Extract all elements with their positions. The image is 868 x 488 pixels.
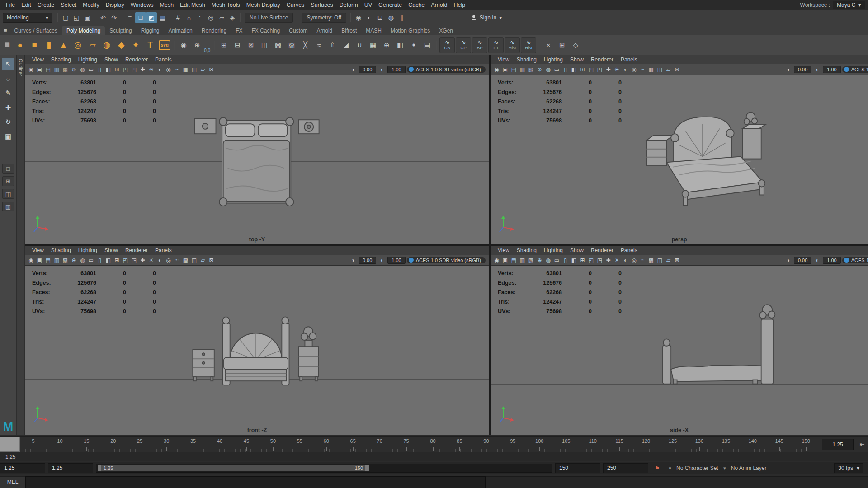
- menubar-item[interactable]: Windows: [127, 1, 157, 9]
- image-plane-icon[interactable]: ▧: [61, 256, 70, 264]
- gamma-icon[interactable]: ◐: [813, 65, 821, 74]
- timeline-tick[interactable]: 40: [207, 437, 233, 452]
- mirror-icon[interactable]: ◧: [393, 38, 407, 52]
- undo-icon[interactable]: ↶: [98, 12, 108, 23]
- film-gate-icon[interactable]: ▭: [87, 256, 95, 264]
- viewport-menu-item[interactable]: Show: [101, 56, 122, 63]
- bookmarks-icon[interactable]: ▥: [52, 256, 61, 264]
- multisample-icon[interactable]: ▩: [181, 65, 190, 74]
- select-component-icon[interactable]: ◩: [146, 12, 157, 23]
- ssao-icon[interactable]: ◎: [630, 65, 638, 74]
- xray-icon[interactable]: ▱: [664, 65, 673, 74]
- viewport-menu-item[interactable]: Panels: [151, 56, 175, 63]
- multi-cut-icon[interactable]: ╳: [298, 38, 312, 52]
- gate-mask-icon[interactable]: ◧: [570, 256, 578, 264]
- gate-mask-icon[interactable]: ◧: [104, 65, 113, 74]
- range-slider-handle[interactable]: 1.25 150: [98, 465, 369, 471]
- viewport-menu-item[interactable]: Shading: [513, 56, 540, 63]
- resolution-gate-icon[interactable]: ▯: [95, 65, 104, 74]
- safe-action-icon[interactable]: ◰: [121, 256, 130, 264]
- lighting-icon[interactable]: ☀: [147, 65, 156, 74]
- workspace-selector[interactable]: Workspace : Maya C ▾: [800, 1, 865, 9]
- menubar-item[interactable]: Edit Mesh: [177, 1, 208, 9]
- image-plane-icon[interactable]: ▧: [527, 256, 535, 264]
- timeline-tick[interactable]: 75: [393, 437, 420, 452]
- bridge-icon[interactable]: ∪: [353, 38, 366, 52]
- multisample-icon[interactable]: ▩: [647, 256, 656, 264]
- timeline-ticks[interactable]: 5 10 15 20 25 30 35 40 45 50 55 60: [20, 437, 819, 452]
- command-line-input[interactable]: [25, 476, 486, 488]
- timeline-tick[interactable]: 110: [580, 437, 606, 452]
- viewport-menu-item[interactable]: Renderer: [587, 56, 617, 63]
- viewport-menu-item[interactable]: Panels: [617, 247, 641, 253]
- curve-ft-button[interactable]: ∿ FT: [488, 37, 504, 53]
- frame-all-icon[interactable]: ✚: [138, 256, 147, 264]
- shelf-tab[interactable]: FX: [231, 26, 247, 35]
- menubar-item[interactable]: Mesh Display: [243, 1, 283, 9]
- quadrangulate-icon[interactable]: ▤: [420, 38, 434, 52]
- save-scene-icon[interactable]: ▣: [82, 12, 93, 23]
- layout-two-pane-icon[interactable]: ◫: [2, 189, 14, 199]
- hypershade-icon[interactable]: ◍: [386, 12, 396, 23]
- bookmarks-icon[interactable]: ▥: [52, 65, 61, 74]
- timeline-tick[interactable]: 50: [259, 437, 286, 452]
- safe-action-icon[interactable]: ◰: [587, 256, 595, 264]
- gamma-field[interactable]: 1.00: [823, 257, 840, 264]
- time-slider[interactable]: 5 10 15 20 25 30 35 40 45 50 55 60: [0, 436, 868, 452]
- playback-end-field[interactable]: 150: [555, 463, 600, 473]
- bookmarks-icon[interactable]: ▥: [518, 65, 527, 74]
- timeline-tick[interactable]: 5: [20, 437, 47, 452]
- live-surface-selector[interactable]: No Live Surface: [245, 13, 293, 23]
- oversampling-icon[interactable]: ◍: [78, 65, 87, 74]
- timeline-tick[interactable]: 140: [739, 437, 766, 452]
- shelf-tab[interactable]: XGen: [434, 26, 458, 35]
- timeline-tick[interactable]: 20: [100, 437, 127, 452]
- menubar-item[interactable]: Arnold: [428, 1, 450, 9]
- anim-layer-selector[interactable]: No Anim Layer: [731, 465, 767, 471]
- frame-all-icon[interactable]: ✚: [604, 65, 613, 74]
- anim-layer-menu-icon[interactable]: ▾: [721, 465, 728, 471]
- exposure-icon[interactable]: ◑: [349, 256, 357, 264]
- playback-start-field[interactable]: 1.25: [48, 463, 93, 473]
- field-chart-icon[interactable]: ⊞: [113, 256, 121, 264]
- isolate-select-icon[interactable]: ◫: [656, 256, 664, 264]
- exposure-field[interactable]: 0.00: [359, 66, 376, 73]
- history-on-button[interactable]: ∿ Hist: [505, 37, 520, 53]
- select-tool-icon[interactable]: ↖: [2, 58, 14, 70]
- viewport-side[interactable]: View Shading Lighting Show Renderer Pane…: [491, 246, 868, 435]
- curve-cb-button[interactable]: ∿ CB: [439, 37, 455, 53]
- motion-blur-icon[interactable]: ≈: [173, 65, 181, 74]
- grid-icon[interactable]: ⊠: [673, 256, 681, 264]
- paint-select-tool-icon[interactable]: ✎: [2, 87, 14, 99]
- sculpt-toolkit-icon[interactable]: ◉: [177, 38, 190, 52]
- viewport-menu-item[interactable]: Show: [566, 247, 587, 253]
- super-shape-icon[interactable]: ✦: [128, 38, 143, 52]
- safe-title-icon[interactable]: ◳: [130, 65, 138, 74]
- viewport-canvas-side[interactable]: Verts: 63801 0 0 Edges: 125676 0 0 Faces…: [491, 266, 868, 435]
- colorspace-selector[interactable]: ACES 1.0 SDR-video (sRGB): [407, 257, 486, 263]
- safe-action-icon[interactable]: ◰: [587, 65, 595, 74]
- select-asset-icon[interactable]: ▦: [157, 12, 168, 23]
- lock-camera-icon[interactable]: ▣: [501, 256, 509, 264]
- svg-tool-icon[interactable]: svg: [159, 40, 170, 50]
- exposure-icon[interactable]: ◑: [349, 65, 357, 74]
- viewport-menu-item[interactable]: Show: [566, 56, 587, 63]
- timeline-tick[interactable]: 60: [313, 437, 340, 452]
- shelf-tab[interactable]: Sculpting: [105, 26, 136, 35]
- timeline-tick[interactable]: 150: [793, 437, 819, 452]
- grid-icon[interactable]: ⊠: [207, 65, 216, 74]
- viewport-front[interactable]: View Shading Lighting Show Renderer Pane…: [25, 246, 489, 435]
- gamma-icon[interactable]: ◐: [813, 256, 821, 264]
- timeline-tick[interactable]: 95: [500, 437, 526, 452]
- viewport-canvas-persp[interactable]: Verts: 63801 0 0 Edges: 125676 0 0 Faces…: [491, 75, 868, 244]
- select-object-icon[interactable]: □: [135, 12, 146, 23]
- film-gate-icon[interactable]: ▭: [552, 65, 561, 74]
- lighting-icon[interactable]: ☀: [613, 65, 621, 74]
- field-chart-icon[interactable]: ⊞: [578, 65, 587, 74]
- curve-cp-button[interactable]: ∿ CP: [456, 37, 471, 53]
- redo-icon[interactable]: ↷: [108, 12, 119, 23]
- lock-camera-icon[interactable]: ▣: [35, 256, 44, 264]
- quad-draw-icon[interactable]: ▦: [366, 38, 380, 52]
- ssao-icon[interactable]: ◎: [630, 256, 638, 264]
- sign-in-button[interactable]: Sign In ▾: [471, 14, 502, 21]
